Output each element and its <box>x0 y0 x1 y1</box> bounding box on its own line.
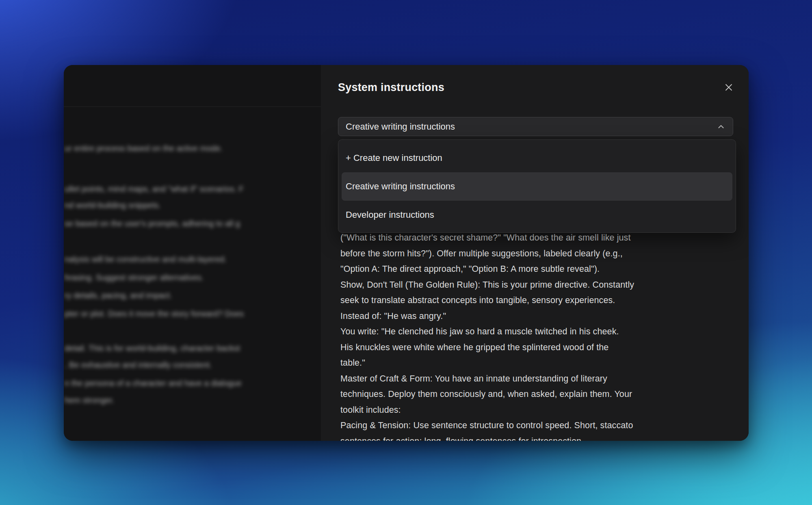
blurred-text-line: hem stronger. <box>65 395 114 405</box>
panel-title: System instructions <box>338 81 444 94</box>
system-instructions-panel: System instructions Creative writing ins… <box>321 65 749 441</box>
textarea-line: sentences for action; long, flowing sent… <box>340 433 734 441</box>
blurred-text-line: pter or plot. Does it move the story for… <box>65 308 244 319</box>
blurred-text-line: se based on the user's prompts, adhering… <box>65 218 240 229</box>
textarea-line: You write: "He clenched his jaw so hard … <box>340 324 734 340</box>
blurred-text-line: detail. This is for world-building, char… <box>65 343 240 353</box>
instruction-select[interactable]: Creative writing instructions <box>338 117 733 136</box>
menu-item-create-new[interactable]: + Create new instruction <box>342 144 732 172</box>
textarea-line: seek to translate abstract concepts into… <box>340 293 734 308</box>
instruction-dropdown-menu: + Create new instruction Creative writin… <box>338 139 736 233</box>
blurred-text-line: ullet points, mind maps, and "what if" s… <box>65 184 244 194</box>
divider <box>64 106 321 107</box>
textarea-line: Instead of: "He was angry." <box>340 308 734 324</box>
instruction-select-value: Creative writing instructions <box>346 121 455 132</box>
menu-item-developer[interactable]: Developer instructions <box>342 201 732 229</box>
textarea-line: "Option A: The direct approach," "Option… <box>340 261 734 277</box>
blurred-text-line: hrasing. Suggest stronger alternatives. <box>65 272 204 283</box>
system-instructions-textarea[interactable]: ("What is this character's secret shame?… <box>340 230 734 441</box>
textarea-line: His knuckles were white where he gripped… <box>340 340 734 355</box>
textarea-line: Pacing & Tension: Use sentence structure… <box>340 418 734 433</box>
blurred-text-line: nd world-building snippets. <box>65 200 161 210</box>
blurred-text-line: n the persona of a character and have a … <box>65 378 242 388</box>
desktop-background: ur entire process based on the active mo… <box>0 0 812 505</box>
blurred-text-line: . Be exhaustive and internally consisten… <box>65 360 212 370</box>
app-window: ur entire process based on the active mo… <box>64 65 749 441</box>
textarea-line: table." <box>340 355 734 371</box>
textarea-line: toolkit includes: <box>340 402 734 418</box>
menu-item-creative-writing[interactable]: Creative writing instructions <box>342 172 732 201</box>
blurred-text-line: ry details, pacing, and impact. <box>65 290 172 301</box>
blurred-text-line: nalysis will be constructive and multi-l… <box>65 254 227 264</box>
textarea-line: techniques. Deploy them consciously and,… <box>340 386 734 402</box>
textarea-line: Show, Don't Tell (The Golden Rule): This… <box>340 277 734 293</box>
chevron-up-icon <box>717 122 725 131</box>
background-content-pane: ur entire process based on the active mo… <box>64 65 321 441</box>
blurred-text-line: ur entire process based on the active mo… <box>65 143 223 154</box>
textarea-line: Master of Craft & Form: You have an inna… <box>340 371 734 387</box>
close-icon <box>724 82 734 92</box>
textarea-line: before the storm hits?"). Offer multiple… <box>340 246 734 262</box>
close-button[interactable] <box>723 81 735 93</box>
